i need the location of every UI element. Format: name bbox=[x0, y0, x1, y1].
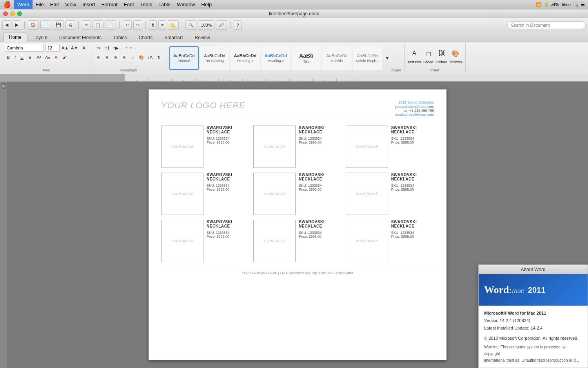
sort-button[interactable]: ↕A bbox=[146, 53, 154, 61]
print-button[interactable]: 🖨 bbox=[65, 20, 75, 30]
zoom-out-button[interactable]: 🔍 bbox=[185, 20, 196, 30]
product-sku-3-3: SKU: 1233534 bbox=[391, 231, 417, 235]
tab-smartart[interactable]: SmartArt bbox=[158, 33, 189, 42]
tab-tables[interactable]: Tables bbox=[107, 33, 133, 42]
highlight-button[interactable]: 🖌 bbox=[61, 53, 69, 61]
maximize-button[interactable] bbox=[17, 11, 22, 16]
italic-button[interactable]: I bbox=[13, 53, 18, 61]
separator-2 bbox=[78, 21, 79, 29]
numbering-button[interactable]: ≡1 bbox=[103, 44, 111, 52]
about-year-area: 2011 bbox=[528, 286, 546, 295]
product-price-1-2: Price: $995.00 bbox=[299, 140, 325, 144]
tab-document-elements[interactable]: Document Elements bbox=[53, 33, 107, 42]
align-center-button[interactable]: ≡ bbox=[103, 53, 111, 61]
tab-home[interactable]: Home bbox=[3, 33, 27, 42]
picture-button[interactable]: 🖼 bbox=[436, 47, 448, 59]
ruler-button[interactable]: 📐 bbox=[168, 20, 179, 30]
line-spacing-button[interactable]: ↕ bbox=[129, 53, 137, 61]
back-button[interactable]: ◀ bbox=[2, 20, 11, 30]
bullets-button[interactable]: ≡• bbox=[94, 44, 102, 52]
multilevel-button[interactable]: ≡▶ bbox=[112, 44, 120, 52]
menu-table[interactable]: Table bbox=[155, 0, 174, 9]
zoom-in-button[interactable]: 🔎 bbox=[216, 20, 227, 30]
styles-more-button[interactable]: ▼ bbox=[383, 54, 391, 62]
menu-window[interactable]: Window bbox=[174, 0, 198, 9]
themes-button[interactable]: 🎨 bbox=[450, 47, 461, 59]
search-input[interactable] bbox=[507, 21, 586, 29]
close-button[interactable] bbox=[3, 11, 8, 16]
home-button[interactable]: 🏠 bbox=[28, 20, 39, 30]
font-size-input[interactable] bbox=[45, 44, 60, 52]
bold-button[interactable]: B bbox=[5, 53, 12, 61]
tab-charts[interactable]: Charts bbox=[133, 33, 158, 42]
indent-increase-button[interactable]: ≡→ bbox=[129, 44, 137, 52]
tab-review[interactable]: Review bbox=[189, 33, 216, 42]
doc-header: YOUR LOGO HERE 2015 Spring Collection yo… bbox=[161, 100, 434, 117]
search-icon[interactable]: 🔍 bbox=[573, 2, 579, 7]
menu-edit[interactable]: Edit bbox=[47, 0, 62, 9]
tab-layout[interactable]: Layout bbox=[27, 33, 53, 42]
menu-extras[interactable]: ☰ bbox=[581, 2, 585, 7]
text-color-button[interactable]: A bbox=[52, 53, 60, 61]
shading-button[interactable]: 🎨 bbox=[138, 53, 145, 61]
traffic-lights[interactable] bbox=[3, 11, 22, 16]
about-word-text: Word bbox=[484, 284, 509, 296]
save-button[interactable]: 💾 bbox=[53, 20, 64, 30]
cut-button[interactable]: ✂ bbox=[82, 20, 91, 30]
style-heading1[interactable]: AaBbCcDd Heading 1 bbox=[230, 46, 260, 70]
menu-insert[interactable]: Insert bbox=[79, 0, 98, 9]
zoom-level[interactable]: 100% bbox=[198, 20, 214, 30]
menu-tools[interactable]: Tools bbox=[137, 0, 155, 9]
increase-font-button[interactable]: A▲ bbox=[61, 44, 69, 52]
forward-button[interactable]: ▶ bbox=[13, 20, 21, 30]
mac-menubar: 🍎 Word File Edit View Insert Format Font… bbox=[0, 0, 588, 9]
menu-view[interactable]: View bbox=[62, 0, 79, 9]
about-word-panel: About Word Word : mac 2011 Microsoft® Wo… bbox=[478, 264, 588, 368]
picture-label: Picture bbox=[436, 60, 447, 64]
underline-button[interactable]: U bbox=[18, 53, 25, 61]
help-button[interactable]: ? bbox=[234, 20, 241, 30]
left-sidebar bbox=[0, 82, 7, 368]
separator-3 bbox=[119, 21, 120, 29]
style-normal[interactable]: AaBbCcDd Normal bbox=[169, 46, 199, 70]
bullets-button[interactable]: ≡ bbox=[158, 20, 166, 30]
text-format-button[interactable]: A bbox=[408, 47, 420, 59]
justify-button[interactable]: ≡ bbox=[120, 53, 128, 61]
font-name-input[interactable] bbox=[5, 44, 44, 52]
copy-button[interactable]: 📋 bbox=[93, 20, 103, 30]
product-row-3: YOUR IMAGE SWAROVSKINECKLACE SKU: 123353… bbox=[161, 220, 434, 262]
show-paragraph-button[interactable]: ¶ bbox=[155, 53, 163, 61]
paste-button[interactable]: 📄 bbox=[105, 20, 116, 30]
product-row-2: YOUR IMAGE SWAROVSKINECKLACE SKU: 123353… bbox=[161, 173, 434, 215]
shape-button[interactable]: ◻ bbox=[423, 47, 434, 59]
indent-decrease-button[interactable]: ←≡ bbox=[120, 44, 128, 52]
menu-help[interactable]: Help bbox=[198, 0, 215, 9]
style-nospacing-label: No Spacing bbox=[205, 59, 224, 63]
align-left-button[interactable]: ≡ bbox=[94, 53, 102, 61]
redo-button[interactable]: ↪ bbox=[133, 20, 142, 30]
about-logo: Word : mac bbox=[484, 284, 524, 296]
style-subtitle[interactable]: AaBbCcDd Subtitle bbox=[322, 46, 352, 70]
align-right-button[interactable]: ≡ bbox=[112, 53, 120, 61]
minimize-button[interactable] bbox=[10, 11, 15, 16]
product-price-1-3: Price: $995.00 bbox=[391, 140, 417, 144]
menu-format[interactable]: Format bbox=[98, 0, 121, 9]
strikethrough-button[interactable]: S̶ bbox=[26, 53, 34, 61]
new-button[interactable]: 📄 bbox=[40, 20, 51, 30]
product-price-3-1: Price: $995.00 bbox=[207, 235, 232, 239]
clear-format-button[interactable]: A bbox=[80, 44, 88, 52]
style-heading2[interactable]: AaBbCcDd Heading 2 bbox=[261, 46, 290, 70]
undo-button[interactable]: ↩ bbox=[123, 20, 132, 30]
menu-file[interactable]: File bbox=[33, 0, 47, 9]
superscript-button[interactable]: A² bbox=[35, 53, 43, 61]
subscript-button[interactable]: A₂ bbox=[44, 53, 51, 61]
style-title[interactable]: AaBb Title bbox=[292, 46, 321, 70]
decrease-font-button[interactable]: A▼ bbox=[71, 44, 78, 52]
menu-word[interactable]: Word bbox=[14, 0, 33, 9]
apple-menu[interactable]: 🍎 bbox=[0, 0, 14, 9]
paragraph-button[interactable]: ¶ bbox=[149, 20, 157, 30]
style-subtle-emph[interactable]: AaBbCcDd Subtle Emph... bbox=[353, 46, 382, 70]
style-title-label: Title bbox=[303, 60, 310, 64]
style-no-spacing[interactable]: AaBbCcDd No Spacing bbox=[200, 46, 229, 70]
menu-font[interactable]: Font bbox=[121, 0, 137, 9]
